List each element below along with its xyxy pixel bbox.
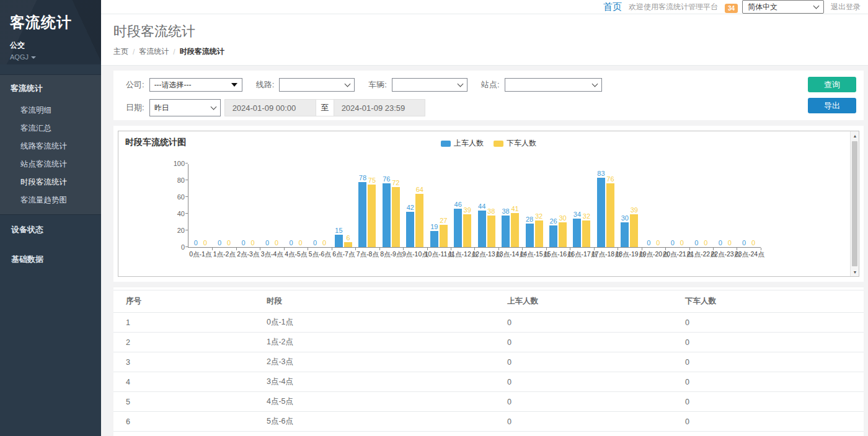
query-button[interactable]: 查询 [808,77,856,92]
sidebar: 客流统计 公交 AQGJ 客流统计 客流明细客流汇总线路客流统计站点客流统计时段… [0,0,101,436]
bar-alighting: 32 [582,213,590,247]
home-link[interactable]: 首页 [603,1,622,13]
bar-boarding: 0 [645,240,653,247]
sidebar-subitem-1[interactable]: 客流汇总 [0,120,101,137]
table-cell-2: 0 [495,352,673,372]
sidebar-item-top-1[interactable]: 基础数据 [0,245,101,274]
x-axis-label: 8点-9点 [379,250,404,259]
y-axis-tick-label: 0 [162,243,185,251]
bar-alighting: 30 [559,215,567,248]
scrollbar-thumb[interactable] [852,141,857,266]
table-cell-2: 0 [495,313,673,333]
bar-value-label: 28 [526,216,533,223]
bar-rect-alighting [440,225,448,247]
bar-rect-alighting [606,183,614,247]
y-axis-tick-label: 80 [162,177,185,184]
y-axis-tick [185,230,188,230]
table-cell-3: 0 [673,333,864,352]
bar-group: 4264 [403,164,427,247]
bar-rect-alighting [630,214,638,247]
chevron-down-icon [345,81,351,87]
bar-value-label: 34 [574,211,581,218]
breadcrumb-item-1[interactable]: 客流统计 [139,46,169,57]
bar-alighting: 0 [678,240,686,247]
breadcrumb-item-0[interactable]: 主页 [113,46,128,57]
table-cell-1: 6点-7点 [254,432,495,436]
page-title: 时段客流统计 [113,22,868,41]
sidebar-item-top-0[interactable]: 设备状态 [0,215,101,245]
x-axis-label: 14点-15点 [523,250,547,259]
bar-rect-boarding [526,224,534,247]
bar-group: 7672 [379,164,403,247]
breadcrumb: 主页/客流统计/时段客流统计 [113,46,868,57]
table-col-header-2: 上车人数 [495,290,673,313]
station-select[interactable] [505,78,602,92]
bar-rect-alighting [582,220,590,247]
language-select-value: 简体中文 [748,2,777,12]
bar-rect-boarding [383,183,391,247]
sidebar-subitem-3[interactable]: 站点客流统计 [0,155,101,173]
x-axis-label-text: 4点-5点 [285,250,307,259]
export-button[interactable]: 导出 [808,98,856,113]
vehicle-select[interactable] [392,78,467,92]
sidebar-item-passenger-stats[interactable]: 客流统计 [0,75,101,102]
table-cell-3: 0 [673,352,864,372]
bar-boarding: 78 [358,175,366,247]
bar-rect-boarding [358,182,366,247]
bar-value-label: 30 [559,215,566,222]
bar-value-label: 64 [416,186,423,193]
bar-alighting: 76 [606,176,614,247]
date-from-input[interactable]: 2024-01-09 00:00 [224,99,316,116]
sidebar-subitem-5[interactable]: 客流量趋势图 [0,191,101,209]
logout-link[interactable]: 退出登录 [831,2,861,12]
bar-alighting: 0 [320,240,328,247]
bar-value-label: 0 [203,240,207,246]
bar-value-label: 0 [719,240,722,246]
table-row: 32点-3点00 [113,352,864,372]
company-select[interactable]: ---请选择--- [149,78,242,92]
bar-boarding: 38 [502,208,510,247]
bar-value-label: 76 [606,176,614,183]
bar-alighting: 6 [344,235,352,247]
bar-value-label: 76 [383,176,390,183]
bar-value-label: 0 [265,240,269,246]
table-cell-3: 6 [673,432,864,436]
bar-rect-alighting [511,213,519,247]
table-row: 54点-5点00 [113,392,864,412]
date-to-input[interactable]: 2024-01-09 23:59 [334,99,425,116]
bar-group: 1927 [427,164,451,247]
x-axis-label: 9点-10点 [404,250,428,259]
x-axis-label: 15点-16点 [547,250,571,259]
date-preset-select[interactable]: 昨日 [149,99,221,116]
user-dropdown[interactable]: AQGJ [10,53,91,61]
x-axis-label: 11点-12点 [451,250,476,259]
table-cell-3: 0 [673,372,864,392]
bar-group: 00 [236,164,260,247]
bar-value-label: 0 [251,240,255,246]
x-axis-label: 5点-6点 [308,250,332,259]
sidebar-subitem-2[interactable]: 线路客流统计 [0,137,101,155]
bar-value-label: 0 [671,240,675,246]
bar-value-label: 0 [227,240,231,246]
sidebar-subitem-0[interactable]: 客流明细 [0,102,101,120]
scroll-down-arrow[interactable]: ▼ [851,268,859,276]
bar-group: 00 [642,164,665,247]
bar-value-label: 0 [656,240,660,246]
sidebar-subitem-4[interactable]: 时段客流统计 [0,173,101,191]
bar-alighting: 38 [487,208,495,247]
x-axis-label: 2点-3点 [236,250,260,259]
x-axis-label: 3点-4点 [260,250,285,259]
table-cell-2: 0 [495,333,673,352]
y-axis-tick [185,196,188,197]
table-row: 43点-4点00 [113,372,864,392]
station-label: 站点: [481,79,500,90]
bar-boarding: 30 [621,215,629,248]
chart-scrollbar: ▲ ▼ [850,131,859,276]
scroll-up-arrow[interactable]: ▲ [851,131,859,140]
table-header-row: 序号时段上车人数下车人数 [113,290,864,313]
bar-rect-boarding [478,211,486,247]
bar-value-label: 0 [322,240,326,246]
line-select[interactable] [279,78,355,92]
language-select[interactable]: 简体中文 [742,0,824,14]
bar-boarding: 0 [740,240,748,247]
